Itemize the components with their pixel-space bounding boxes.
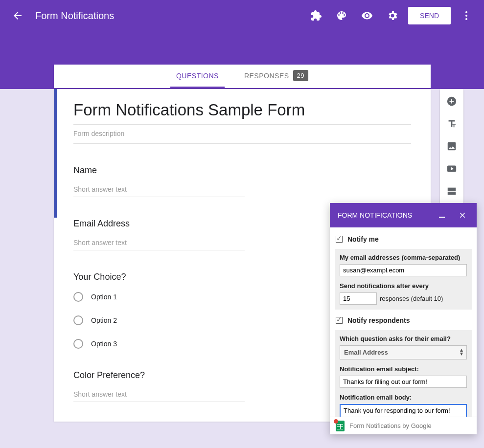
svg-rect-5 <box>448 188 456 191</box>
form-title-input[interactable]: Form Notifications Sample Form <box>73 101 411 125</box>
option-label: Option 2 <box>91 316 117 324</box>
field-label: Notification email subject: <box>340 365 467 373</box>
field-label: Which question asks for their email? <box>340 335 467 342</box>
add-video-button[interactable] <box>446 163 457 174</box>
close-icon <box>458 211 467 220</box>
checkbox-checked-icon <box>336 236 343 243</box>
svg-rect-7 <box>439 217 445 218</box>
addons-button[interactable] <box>306 6 326 25</box>
section-icon <box>446 186 457 197</box>
field-suffix: responses (default 10) <box>380 295 443 302</box>
video-icon <box>446 163 457 174</box>
notify-me-group: My email addresses (comma-separated) Sen… <box>335 249 472 310</box>
puzzle-icon <box>310 10 322 22</box>
svg-point-2 <box>465 18 467 20</box>
body-textarea[interactable] <box>340 404 467 417</box>
close-button[interactable] <box>456 209 469 222</box>
minimize-icon <box>438 211 446 220</box>
preview-button[interactable] <box>357 6 377 25</box>
addon-body: Notify me My email addresses (comma-sepa… <box>330 227 477 417</box>
svg-point-1 <box>465 15 467 17</box>
add-image-button[interactable] <box>446 141 457 152</box>
page-title: Form Notifications <box>35 10 306 22</box>
option-label: Option 1 <box>91 293 117 301</box>
short-answer-placeholder: Short answer text <box>73 390 245 402</box>
short-answer-placeholder: Short answer text <box>73 185 245 197</box>
emails-input[interactable] <box>340 264 467 276</box>
subject-input[interactable] <box>340 376 467 388</box>
svg-rect-6 <box>448 192 456 195</box>
select-arrows-icon: ▴▾ <box>460 348 463 356</box>
tab-label: RESPONSES <box>244 72 289 80</box>
minimize-button[interactable] <box>436 209 448 222</box>
tab-questions[interactable]: QUESTIONS <box>170 65 225 88</box>
add-section-button[interactable] <box>446 186 457 197</box>
active-section-indicator <box>54 89 57 218</box>
addon-scroll-area[interactable]: Notify me My email addresses (comma-sepa… <box>330 227 477 417</box>
question-title: Name <box>73 165 411 176</box>
radio-icon <box>73 339 83 349</box>
question-name[interactable]: Name Short answer text <box>73 165 411 197</box>
notify-respondents-group: Which question asks for their email? Ema… <box>335 330 472 417</box>
field-label: Send notifications after every <box>340 282 467 290</box>
send-after-input[interactable] <box>340 292 377 305</box>
text-icon <box>446 118 457 129</box>
field-label: Notification email body: <box>340 394 467 401</box>
app-header: Form Notifications SEND <box>0 0 484 31</box>
svg-point-0 <box>465 11 467 13</box>
short-answer-placeholder: Short answer text <box>73 239 245 250</box>
tab-responses[interactable]: RESPONSES 29 <box>238 65 314 88</box>
sheets-icon <box>336 421 345 431</box>
form-description-input[interactable]: Form description <box>73 130 411 144</box>
notify-respondents-checkbox[interactable]: Notify respondents <box>335 316 472 324</box>
settings-button[interactable] <box>383 6 402 25</box>
arrow-back-icon <box>12 10 23 22</box>
tabs-bar: QUESTIONS RESPONSES 29 <box>54 65 431 88</box>
addon-header: FORM NOTIFICATIONS <box>330 203 477 227</box>
responses-count-badge: 29 <box>293 70 308 81</box>
plus-circle-icon <box>446 96 457 107</box>
notify-me-checkbox[interactable]: Notify me <box>335 235 472 243</box>
email-question-select[interactable]: Email Address <box>340 345 467 359</box>
checkbox-label: Notify me <box>347 235 379 243</box>
field-label: My email addresses (comma-separated) <box>340 254 467 261</box>
checkbox-label: Notify respondents <box>347 316 410 324</box>
addon-footer-text: Form Notifications by Google <box>349 422 432 429</box>
more-vert-icon <box>461 10 472 22</box>
addon-title: FORM NOTIFICATIONS <box>338 211 428 219</box>
image-icon <box>446 141 457 152</box>
add-question-button[interactable] <box>446 96 457 107</box>
radio-icon <box>73 315 83 325</box>
add-title-button[interactable] <box>446 118 457 129</box>
eye-icon <box>361 10 373 22</box>
header-actions: SEND <box>306 6 476 25</box>
radio-icon <box>73 292 83 302</box>
back-button[interactable] <box>8 6 27 25</box>
option-label: Option 3 <box>91 340 117 348</box>
tab-label: QUESTIONS <box>176 72 219 80</box>
gear-icon <box>387 10 398 22</box>
palette-icon <box>336 10 347 22</box>
notification-badge-icon <box>334 419 338 424</box>
addon-sidebar: FORM NOTIFICATIONS Notify me My email ad… <box>330 203 477 434</box>
send-button[interactable]: SEND <box>408 7 451 24</box>
more-button[interactable] <box>457 6 476 25</box>
palette-button[interactable] <box>332 6 351 25</box>
checkbox-checked-icon <box>336 317 343 324</box>
addon-footer: Form Notifications by Google <box>330 417 477 434</box>
question-toolbar <box>440 89 463 203</box>
